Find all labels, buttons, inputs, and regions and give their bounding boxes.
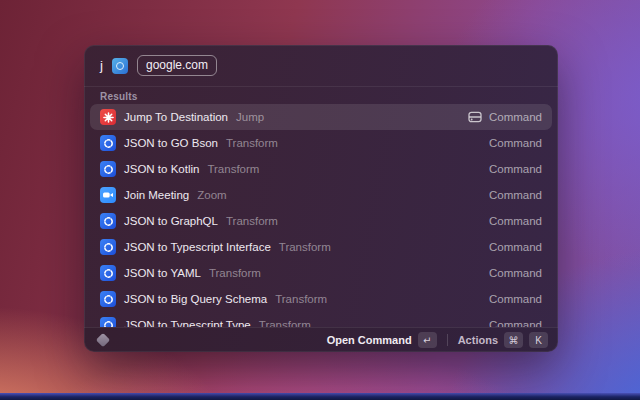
footer-bar: Open Command ↵ Actions ⌘ K — [84, 327, 558, 352]
quicklink-favicon-icon — [112, 58, 128, 74]
item-icon — [100, 291, 116, 307]
search-bar[interactable]: j google.com — [84, 45, 558, 87]
item-title: JSON to Big Query Schema — [124, 293, 267, 305]
item-type-label: Command — [489, 111, 542, 123]
launcher-window: j google.com Results Jump To Destination… — [84, 45, 558, 352]
open-command-button[interactable]: Open Command — [327, 334, 412, 346]
item-icon — [100, 265, 116, 281]
list-item[interactable]: JSON to GraphQL Transform Command — [90, 208, 552, 234]
item-title: JSON to YAML — [124, 267, 201, 279]
item-subtitle: Transform — [226, 215, 278, 227]
item-title: JSON to GO Bson — [124, 137, 218, 149]
transform-circle-icon — [103, 320, 114, 328]
results-list[interactable]: Jump To Destination Jump Command — [84, 103, 558, 327]
item-type-label: Command — [489, 189, 542, 201]
item-subtitle: Zoom — [197, 189, 226, 201]
return-key-badge: ↵ — [418, 332, 437, 348]
k-key-badge: K — [529, 332, 548, 348]
item-title: Join Meeting — [124, 189, 189, 201]
list-item[interactable]: JSON to YAML Transform Command — [90, 260, 552, 286]
results-section-header: Results — [84, 87, 558, 103]
footer-app-icon — [96, 333, 110, 347]
item-subtitle: Transform — [226, 137, 278, 149]
item-title: Jump To Destination — [124, 111, 228, 123]
item-subtitle: Transform — [279, 241, 331, 253]
item-icon — [100, 317, 116, 327]
list-item[interactable]: Jump To Destination Jump Command — [90, 104, 552, 130]
item-icon — [100, 109, 116, 125]
item-type-label: Command — [489, 319, 542, 327]
item-type-label: Command — [489, 215, 542, 227]
item-icon — [100, 213, 116, 229]
starburst-icon — [103, 112, 114, 123]
item-title: JSON to Typescript Type — [124, 319, 251, 327]
wallpaper-bottom-strip — [0, 393, 640, 400]
item-subtitle: Transform — [275, 293, 327, 305]
item-icon — [100, 135, 116, 151]
actions-button[interactable]: Actions — [458, 334, 498, 346]
item-icon — [100, 161, 116, 177]
item-subtitle: Transform — [259, 319, 311, 327]
item-title: JSON to Kotlin — [124, 163, 199, 175]
command-key-badge: ⌘ — [504, 332, 523, 348]
video-camera-icon — [102, 189, 114, 201]
transform-circle-icon — [103, 164, 114, 175]
transform-circle-icon — [103, 268, 114, 279]
item-subtitle: Transform — [209, 267, 261, 279]
item-type-label: Command — [489, 267, 542, 279]
item-icon — [100, 187, 116, 203]
item-subtitle: Jump — [236, 111, 264, 123]
search-input[interactable]: j — [100, 58, 103, 73]
item-type-label: Command — [489, 163, 542, 175]
item-subtitle: Transform — [207, 163, 259, 175]
item-type-label: Command — [489, 241, 542, 253]
transform-circle-icon — [103, 242, 114, 253]
footer-divider — [447, 334, 448, 346]
item-type-label: Command — [489, 293, 542, 305]
transform-circle-icon — [103, 294, 114, 305]
quicklink-token[interactable]: google.com — [137, 55, 217, 76]
item-title: JSON to GraphQL — [124, 215, 218, 227]
transform-circle-icon — [103, 216, 114, 227]
list-item[interactable]: JSON to Typescript Type Transform Comman… — [90, 312, 552, 327]
list-item[interactable]: JSON to GO Bson Transform Command — [90, 130, 552, 156]
transform-circle-icon — [103, 138, 114, 149]
item-title: JSON to Typescript Interface — [124, 241, 271, 253]
item-type-label: Command — [489, 137, 542, 149]
list-item[interactable]: JSON to Kotlin Transform Command — [90, 156, 552, 182]
list-item[interactable]: JSON to Typescript Interface Transform C… — [90, 234, 552, 260]
drive-icon — [468, 111, 482, 123]
item-icon — [100, 239, 116, 255]
list-item[interactable]: JSON to Big Query Schema Transform Comma… — [90, 286, 552, 312]
list-item[interactable]: Join Meeting Zoom Command — [90, 182, 552, 208]
